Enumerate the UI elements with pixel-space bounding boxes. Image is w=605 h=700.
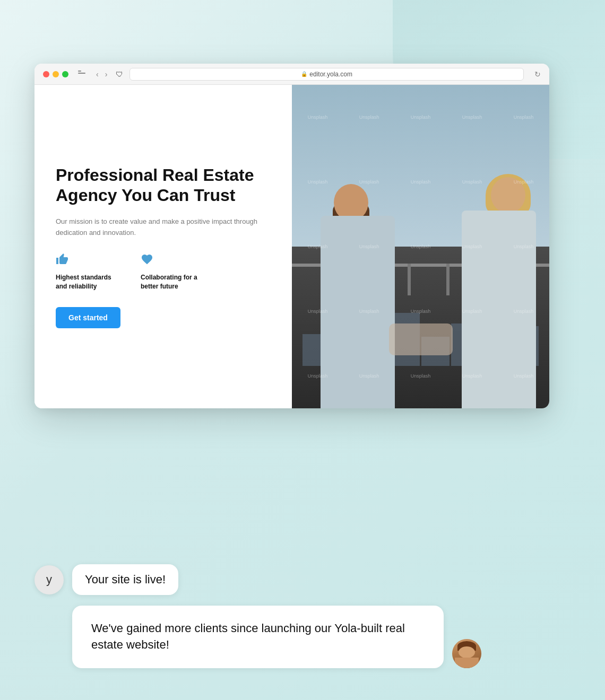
feature-item-standards: Highest standards and reliability (56, 253, 119, 291)
back-arrow[interactable]: ‹ (94, 69, 101, 80)
traffic-lights (43, 71, 68, 77)
hero-title: Professional Real Estate Agency You Can … (56, 165, 271, 206)
heart-icon (141, 253, 204, 269)
sidebar-icon[interactable] (78, 71, 88, 78)
shield-icon: 🛡 (116, 70, 123, 78)
browser-window: ‹ › 🛡 🔒 editor.yola.com ↻ Professional R… (34, 64, 549, 408)
website-left-panel: Professional Real Estate Agency You Can … (34, 85, 292, 408)
nav-arrows: ‹ › (94, 69, 109, 80)
avatar-face (459, 646, 475, 658)
browser-toolbar: ‹ › 🛡 🔒 editor.yola.com ↻ (34, 64, 549, 85)
get-started-button[interactable]: Get started (56, 307, 120, 328)
lock-icon: 🔒 (301, 71, 307, 77)
person2 (435, 117, 541, 408)
yola-avatar: y (34, 565, 64, 594)
avatar-chin (455, 658, 479, 668)
feature-item-collaborating: Collaborating for a better future (141, 253, 204, 291)
yola-avatar-letter: y (46, 573, 52, 587)
close-button[interactable] (43, 71, 49, 77)
user-message-row: We've gained more clients since launchin… (34, 606, 549, 668)
user-avatar-image (452, 639, 481, 668)
feature-label-collaborating: Collaborating for a better future (141, 273, 204, 291)
yola-message-row: y Your site is live! (34, 564, 549, 595)
url-text: editor.yola.com (309, 71, 352, 78)
features-row: Highest standards and reliability Collab… (56, 253, 271, 291)
website-right-panel: Unsplash Unsplash Unsplash Unsplash Unsp… (292, 85, 549, 408)
address-bar[interactable]: 🔒 editor.yola.com (129, 68, 524, 81)
chat-section: y Your site is live! We've gained more c… (34, 564, 549, 668)
maximize-button[interactable] (62, 71, 68, 77)
handshake-area (389, 323, 453, 355)
person2-body (462, 211, 536, 408)
reload-icon[interactable]: ↻ (534, 70, 541, 78)
feature-label-standards: Highest standards and reliability (56, 273, 119, 291)
person1 (313, 134, 419, 409)
thumbs-up-icon (56, 253, 119, 269)
user-avatar (452, 639, 481, 668)
forward-arrow[interactable]: › (103, 69, 110, 80)
hero-description: Our mission is to create value and make … (56, 216, 271, 239)
user-bubble: We've gained more clients since launchin… (72, 606, 444, 668)
photo-scene: Unsplash Unsplash Unsplash Unsplash Unsp… (292, 85, 549, 408)
person1-body (321, 216, 395, 408)
minimize-button[interactable] (53, 71, 59, 77)
website-content: Professional Real Estate Agency You Can … (34, 85, 549, 408)
yola-bubble: Your site is live! (72, 564, 178, 595)
